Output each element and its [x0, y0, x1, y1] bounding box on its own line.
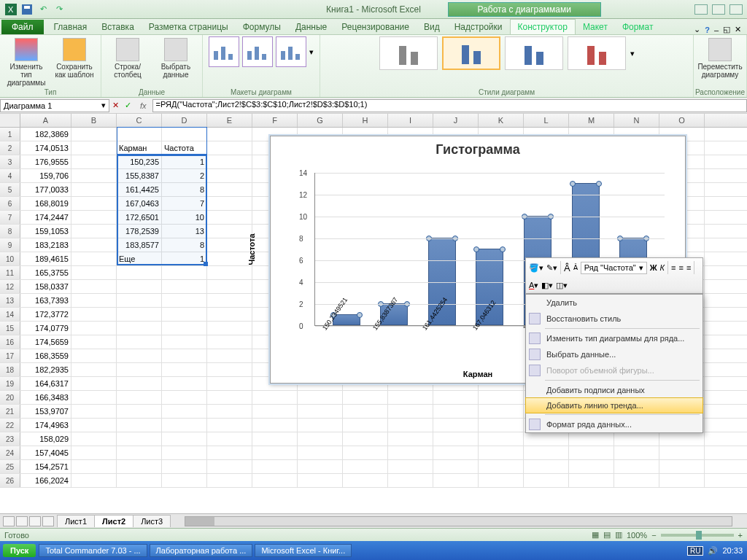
cell[interactable] — [433, 405, 479, 418]
tab-Конструктор[interactable]: Конструктор — [510, 19, 576, 34]
cell[interactable]: 2 — [162, 169, 207, 182]
cell[interactable] — [71, 294, 117, 307]
cell[interactable] — [117, 128, 162, 141]
row-header[interactable]: 13 — [0, 294, 20, 307]
horizontal-scrollbar[interactable] — [185, 516, 732, 526]
row-header[interactable]: 8 — [0, 225, 20, 238]
cell[interactable] — [71, 225, 117, 238]
cell[interactable] — [252, 391, 298, 404]
cell[interactable] — [207, 197, 252, 210]
tab-Вид[interactable]: Вид — [417, 20, 447, 34]
cell[interactable] — [71, 391, 117, 404]
cell[interactable] — [524, 474, 569, 487]
cell[interactable] — [162, 280, 207, 293]
cell[interactable] — [207, 238, 252, 252]
cell[interactable] — [117, 363, 162, 376]
cell[interactable] — [388, 391, 433, 404]
cell[interactable] — [433, 391, 479, 404]
help-icon[interactable]: ? — [705, 26, 710, 34]
font-color-icon[interactable]: A▾ — [529, 281, 538, 290]
row-header[interactable]: 18 — [0, 363, 20, 376]
cell[interactable] — [207, 183, 252, 196]
cell[interactable] — [388, 405, 433, 418]
column-header[interactable]: F — [252, 114, 298, 127]
cell[interactable] — [207, 391, 252, 404]
cell[interactable] — [117, 405, 162, 418]
view-normal-icon[interactable]: ▦ — [592, 530, 599, 540]
cell[interactable] — [343, 405, 388, 418]
cell[interactable]: 182,3869 — [20, 128, 71, 141]
cell[interactable] — [207, 294, 252, 307]
column-header[interactable]: N — [614, 114, 659, 127]
cell[interactable]: 164,6317 — [20, 377, 71, 390]
cell[interactable] — [117, 280, 162, 293]
enter-icon[interactable]: ✓ — [122, 101, 134, 110]
cell[interactable] — [162, 266, 207, 279]
cell[interactable] — [479, 446, 524, 459]
cell[interactable] — [117, 349, 162, 362]
cell[interactable] — [117, 446, 162, 459]
context-menu-item[interactable]: Восстановить стиль — [526, 311, 703, 327]
cell[interactable] — [569, 460, 614, 473]
cell[interactable]: Частота — [162, 141, 207, 155]
cell[interactable] — [71, 335, 117, 349]
cell[interactable] — [252, 460, 298, 473]
tray-volume-icon[interactable]: 🔊 — [708, 546, 718, 556]
cell[interactable]: 183,8577 — [117, 238, 162, 252]
style-thumb[interactable] — [442, 36, 500, 70]
minimize-button[interactable] — [694, 4, 708, 15]
cell[interactable]: 13 — [162, 225, 207, 238]
cell[interactable] — [479, 432, 524, 446]
column-header[interactable]: M — [569, 114, 614, 127]
cell[interactable]: 182,2935 — [20, 363, 71, 376]
cell[interactable] — [117, 419, 162, 432]
column-header[interactable]: J — [433, 114, 479, 127]
row-header[interactable]: 26 — [0, 474, 20, 487]
cell[interactable]: 158,0337 — [20, 280, 71, 293]
cell[interactable] — [117, 335, 162, 349]
select-data-button[interactable]: Выбрать данные — [155, 38, 196, 79]
cell[interactable] — [479, 391, 524, 404]
cell[interactable] — [207, 266, 252, 279]
cell[interactable]: 174,4963 — [20, 419, 71, 432]
column-header[interactable]: K — [479, 114, 524, 127]
cell[interactable] — [162, 405, 207, 418]
cell[interactable] — [71, 169, 117, 182]
cell[interactable]: 10 — [162, 211, 207, 224]
column-header[interactable]: D — [162, 114, 207, 127]
cell[interactable] — [343, 460, 388, 473]
start-button[interactable]: Пуск — [3, 544, 36, 557]
cell[interactable] — [207, 474, 252, 487]
cell[interactable] — [479, 419, 524, 432]
sheet-tab[interactable]: Лист3 — [133, 515, 171, 527]
undo-icon[interactable]: ↶ — [36, 3, 50, 16]
cell[interactable] — [207, 141, 252, 155]
cell[interactable] — [162, 432, 207, 446]
cell[interactable]: 172,3772 — [20, 308, 71, 321]
cell[interactable] — [207, 169, 252, 182]
cell[interactable] — [117, 432, 162, 446]
cell[interactable]: 163,7393 — [20, 294, 71, 307]
row-header[interactable]: 20 — [0, 391, 20, 404]
context-menu-item[interactable]: Выбрать данные... — [526, 346, 703, 362]
style-thumb[interactable] — [379, 36, 438, 70]
cell[interactable] — [71, 446, 117, 459]
sheet-tab[interactable]: Лист1 — [57, 515, 95, 527]
save-icon[interactable] — [20, 3, 34, 16]
layout-thumb[interactable] — [242, 36, 273, 67]
cell[interactable] — [207, 322, 252, 335]
cell[interactable] — [207, 308, 252, 321]
cell[interactable] — [207, 225, 252, 238]
cell[interactable] — [162, 294, 207, 307]
cell[interactable]: 165,3755 — [20, 266, 71, 279]
cell[interactable]: 178,2539 — [117, 225, 162, 238]
column-header[interactable]: I — [388, 114, 433, 127]
column-header[interactable]: L — [524, 114, 569, 127]
cell[interactable] — [433, 474, 479, 487]
row-header[interactable]: 16 — [0, 335, 20, 349]
row-header[interactable]: 24 — [0, 446, 20, 459]
context-menu-item[interactable]: Формат ряда данных... — [526, 416, 703, 432]
cell[interactable] — [343, 419, 388, 432]
cell[interactable] — [207, 128, 252, 141]
cell[interactable] — [71, 419, 117, 432]
